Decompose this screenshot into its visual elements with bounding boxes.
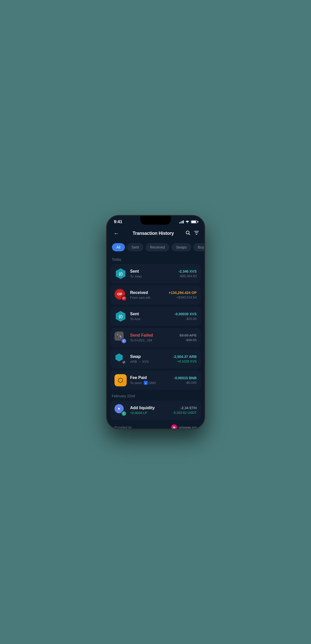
transaction-row[interactable]: ♦ T Add liquidity +0.0034 LP -2.34 ETH -… (110, 401, 201, 420)
tx-subtitle: To Ana (130, 317, 171, 321)
tx-subtitle: To Joao (130, 274, 175, 278)
tx-title: Sent (130, 312, 171, 316)
tx-amount-primary: -2.346 XVS (178, 269, 197, 273)
tx-subtitle: To send ▲ GMX (130, 381, 171, 385)
tx-icon-bnb: ⬡ (114, 374, 127, 386)
search-button[interactable] (185, 230, 190, 237)
filter-tabs: All Sent Received Swaps Buy Se (107, 242, 204, 255)
svg-text:⟨/⟩: ⟨/⟩ (118, 272, 122, 276)
tx-amounts: -0.00039 XVS -$20.00 (174, 312, 197, 321)
tx-title: Send Failed (130, 333, 176, 338)
tx-amounts: 69.69 APE -$96.55 (179, 333, 197, 342)
tab-received[interactable]: Received (145, 243, 169, 251)
tx-amounts: +134,294.424 OP +$390,519.54 (169, 291, 197, 299)
svg-line-1 (189, 234, 190, 235)
tx-icon-ape-eth: 🦍 ♦ (114, 332, 127, 344)
tx-amount-secondary: +$390,519.54 (169, 295, 197, 299)
tx-amount-primary: -0.00015 BNB (174, 376, 197, 380)
tx-subtitle: To 0×2f21...f34 (130, 338, 176, 342)
tx-info: Fee Paid To send ▲ GMX (130, 375, 171, 385)
tx-info: Sent To Joao (130, 269, 175, 278)
filter-button[interactable] (194, 230, 199, 237)
tx-icon-op: OP OP (114, 289, 127, 301)
tx-amount-primary: -2,504.37 ARB (173, 355, 197, 359)
provided-by-name: uniswap.org (179, 425, 197, 428)
tx-subtitle: From sam.eth (130, 296, 165, 300)
tx-info: Received From sam.eth (130, 290, 165, 300)
signal-bars-icon (179, 220, 184, 223)
tx-subtitle: ARB → XVS (130, 360, 170, 364)
tx-title: Fee Paid (130, 375, 171, 380)
tx-amount-secondary: -$99,364.83 (178, 274, 197, 278)
tx-amounts: -2,504.37 ARB +0.1028 XVS (173, 355, 197, 363)
section-label-feb22: February 22nd (107, 392, 204, 401)
provided-by-section: Provided by 🦄 uniswap.org (110, 422, 201, 428)
tx-amounts: -2.346 XVS -$99,364.83 (178, 269, 197, 278)
tab-swaps[interactable]: Swaps (171, 243, 191, 251)
status-time: 9:41 (114, 219, 122, 224)
battery-icon (191, 220, 197, 223)
tx-icon-xvs: ⟨/⟩ (114, 268, 127, 280)
status-icons (179, 220, 197, 224)
tx-amount-secondary: -$0.045 (174, 381, 197, 385)
transaction-row[interactable]: ⬡ Fee Paid To send ▲ GMX -0.00015 BNB -$… (110, 371, 201, 390)
tx-amount-primary: +134,294.424 OP (169, 291, 197, 295)
back-button[interactable]: ← (112, 229, 121, 238)
provided-by-label: Provided by (114, 425, 132, 428)
tx-icon-eth-usdt: ♦ T (114, 404, 127, 416)
tx-info: Swap ARB → XVS (130, 354, 170, 364)
svg-marker-6 (115, 353, 123, 361)
gmx-icon: ▲ (144, 381, 148, 385)
tx-title: Sent (130, 269, 175, 274)
tx-amount-secondary: -5,310.61 USDT (173, 411, 197, 415)
tx-amount-secondary: -$96.55 (179, 338, 197, 342)
tab-all[interactable]: All (112, 243, 125, 251)
tx-icon-xvs: ⟨/⟩ (114, 310, 127, 322)
transaction-row[interactable]: 🦍 ♦ Send Failed To 0×2f21...f34 69.69 AP… (110, 328, 201, 347)
tab-sent[interactable]: Sent (127, 243, 143, 251)
tx-amount-secondary: -$20.00 (174, 317, 197, 321)
back-arrow-icon: ← (114, 230, 119, 237)
provided-by-source[interactable]: 🦄 uniswap.org (171, 424, 197, 428)
page-title: Transaction History (133, 231, 174, 236)
tx-title: Received (130, 290, 165, 295)
page-header: ← Transaction History (107, 226, 204, 242)
tx-title: Swap (130, 354, 170, 359)
wifi-icon (185, 220, 189, 224)
tx-amount-primary: 69.69 APE (179, 333, 197, 337)
tx-subtitle: +0.0034 LP (130, 411, 169, 415)
svg-text:⟨/⟩: ⟨/⟩ (118, 314, 122, 319)
tx-amounts: -0.00015 BNB -$0.045 (174, 376, 197, 385)
transaction-row[interactable]: Swap ARB → XVS -2,504.37 ARB +0.1028 XVS (110, 349, 201, 369)
tx-amount-primary: -0.00039 XVS (174, 312, 197, 316)
transaction-row[interactable]: OP OP Received From sam.eth +134,294.424… (110, 285, 201, 305)
header-actions (185, 230, 199, 237)
tx-amount-primary: -2.34 ETH (173, 406, 197, 410)
tx-amounts: -2.34 ETH -5,310.61 USDT (173, 406, 197, 415)
tab-buy[interactable]: Buy (193, 243, 204, 251)
gmx-label: GMX (149, 381, 156, 385)
tx-info: Send Failed To 0×2f21...f34 (130, 333, 176, 342)
tx-info: Add liquidity +0.0034 LP (130, 406, 169, 415)
tx-icon-swap (114, 353, 127, 365)
uniswap-icon: 🦄 (171, 424, 177, 428)
section-label-today: Today (107, 255, 204, 264)
tx-title: Add liquidity (130, 406, 169, 410)
transaction-row[interactable]: ⟨/⟩ Sent To Ana -0.00039 XVS -$20.00 (110, 307, 201, 326)
transaction-row[interactable]: ⟨/⟩ Sent To Joao -2.346 XVS -$99,364.83 (110, 264, 201, 283)
tx-info: Sent To Ana (130, 312, 171, 321)
tx-amount-secondary: +0.1028 XVS (173, 359, 197, 363)
